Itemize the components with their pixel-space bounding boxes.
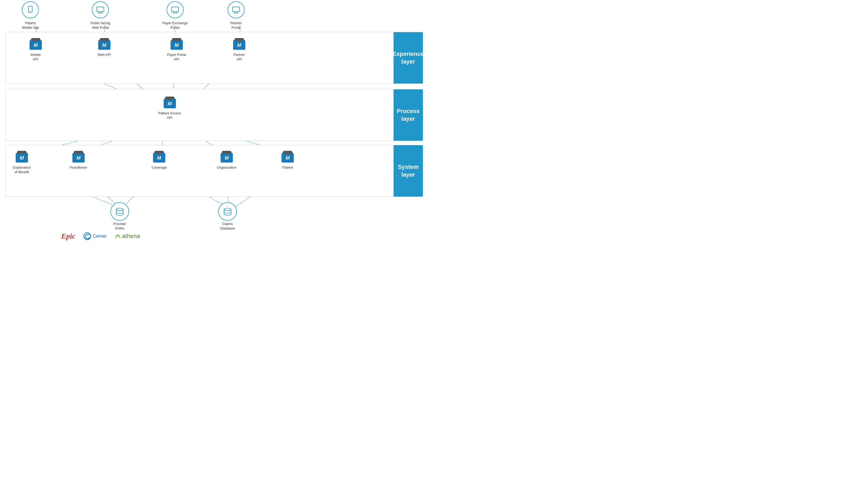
coverage-node: M Coverage bbox=[152, 152, 167, 170]
claims-database-node: ClaimsDatabase bbox=[218, 202, 237, 231]
svg-rect-25 bbox=[172, 7, 178, 12]
epic-logo: Epic bbox=[61, 232, 75, 240]
practitioner-node: M Practitioner bbox=[70, 152, 87, 170]
partner-api-label: PartnerAPI bbox=[234, 53, 245, 62]
athena-logo: athena bbox=[115, 233, 140, 240]
payer-portal-api-node: M Payer PortalAPI bbox=[167, 39, 186, 62]
svg-rect-21 bbox=[97, 7, 104, 12]
monitor-icon-2 bbox=[167, 1, 184, 18]
system-layer-label: Systemlayer bbox=[394, 145, 423, 197]
web-api-label: Web API bbox=[97, 53, 111, 57]
partner-portal-label: PartnerPortal bbox=[230, 21, 242, 30]
patient-label: Patient bbox=[282, 166, 293, 170]
diagram-container: Experiencelayer Processlayer Systemlayer… bbox=[0, 0, 434, 246]
explanation-benefit-node: M Explanationof Benefit bbox=[13, 152, 31, 174]
process-layer-label: Processlayer bbox=[394, 89, 423, 141]
vendor-logos: Epic Cerner athena bbox=[61, 232, 140, 240]
process-layer-box: Processlayer bbox=[5, 89, 423, 141]
payer-exchange-label: Payer ExchangePortal bbox=[162, 21, 188, 30]
system-layer-box: Systemlayer bbox=[5, 145, 423, 197]
provider-ehrs-label: ProviderEHRs bbox=[113, 222, 126, 231]
mule-icon-coverage: M bbox=[152, 152, 166, 163]
experience-layer-box: Experiencelayer bbox=[5, 32, 423, 84]
mobile-api-label: MobileAPI bbox=[31, 53, 41, 62]
monitor-icon-1 bbox=[92, 1, 109, 18]
partner-portal-node: PartnerPortal bbox=[227, 1, 245, 30]
practitioner-label: Practitioner bbox=[70, 166, 87, 170]
payer-portal-node: Payer ExchangePortal bbox=[162, 1, 188, 30]
monitor-icon-3 bbox=[227, 1, 245, 18]
mule-icon-eob: M bbox=[15, 152, 29, 163]
mule-icon-practitioner: M bbox=[72, 152, 85, 163]
claims-database-label: ClaimsDatabase bbox=[220, 222, 235, 231]
partner-api-node: M PartnerAPI bbox=[232, 39, 246, 62]
mobile-icon bbox=[22, 1, 39, 18]
web-portal-node: Public-facingWeb Portal bbox=[90, 1, 110, 30]
coverage-label: Coverage bbox=[152, 166, 167, 170]
patient-node: M Patient bbox=[281, 152, 295, 170]
organization-node: M Organization bbox=[217, 152, 236, 170]
mule-icon-mobile: M bbox=[29, 39, 43, 51]
mobile-api-node: M MobileAPI bbox=[29, 39, 43, 62]
mule-icon-patient: M bbox=[281, 152, 295, 163]
patient-mobile-label: PatientMobile App bbox=[22, 21, 39, 30]
web-portal-label: Public-facingWeb Portal bbox=[90, 21, 110, 30]
mule-icon-web: M bbox=[97, 39, 111, 51]
organization-label: Organization bbox=[217, 166, 236, 170]
mule-icon-organization: M bbox=[220, 152, 234, 163]
explanation-benefit-label: Explanationof Benefit bbox=[13, 166, 31, 174]
web-api-node: M Web API bbox=[97, 39, 111, 57]
db-icon-claims bbox=[218, 202, 237, 221]
mule-icon-patient-access: M bbox=[163, 98, 177, 109]
db-icon-provider bbox=[110, 202, 129, 221]
payer-portal-api-label: Payer PortalAPI bbox=[167, 53, 186, 62]
experience-layer-label: Experiencelayer bbox=[394, 32, 423, 84]
svg-rect-29 bbox=[232, 7, 240, 12]
patient-mobile-app-node: PatientMobile App bbox=[22, 1, 39, 30]
patient-access-api-label: Patient AccessAPI bbox=[158, 111, 181, 120]
patient-access-api-node: M Patient AccessAPI bbox=[158, 98, 181, 120]
mule-icon-payer: M bbox=[170, 39, 184, 51]
provider-ehrs-node: ProviderEHRs bbox=[110, 202, 129, 231]
cerner-logo: Cerner bbox=[83, 232, 107, 240]
mule-icon-partner: M bbox=[232, 39, 246, 51]
